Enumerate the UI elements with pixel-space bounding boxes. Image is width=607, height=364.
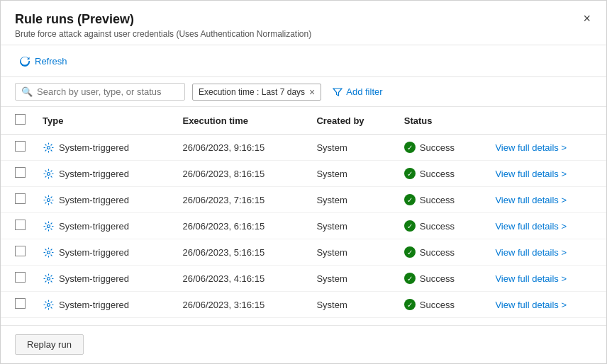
replay-run-button[interactable]: Replay run — [15, 334, 84, 355]
table-row: System-triggered 26/06/2023, 4:16:15 Sys… — [1, 266, 606, 292]
row-status: Success — [420, 169, 455, 179]
col-status: Status — [396, 107, 487, 135]
col-actions — [486, 107, 606, 135]
table-header-row: Type Execution time Created by Status — [1, 107, 606, 135]
view-full-details-link[interactable]: View full details > — [495, 273, 567, 284]
table-container: Type Execution time Created by Status — [1, 107, 606, 325]
row-execution-time: 26/06/2023, 6:16:15 — [174, 213, 308, 239]
table-row: System-triggered 26/06/2023, 5:16:15 Sys… — [1, 239, 606, 266]
row-execution-time: 26/06/2023, 5:16:15 — [174, 239, 308, 266]
col-execution-time: Execution time — [174, 107, 308, 135]
svg-point-1 — [47, 172, 50, 175]
view-full-details-link[interactable]: View full details > — [495, 169, 567, 179]
row-actions-cell: View full details > — [486, 187, 606, 213]
row-type: System-triggered — [59, 142, 129, 153]
success-icon: ✓ — [404, 220, 416, 232]
dialog-subtitle: Brute force attack against user credenti… — [15, 29, 592, 39]
close-button[interactable]: × — [579, 11, 595, 26]
gear-icon — [43, 299, 54, 310]
table-row: System-triggered 26/06/2023, 7:16:15 Sys… — [1, 187, 606, 213]
gear-icon — [43, 142, 54, 153]
funnel-icon — [333, 87, 343, 97]
rule-runs-dialog: Rule runs (Preview) Brute force attack a… — [0, 0, 607, 364]
svg-point-0 — [47, 146, 50, 149]
success-icon: ✓ — [404, 142, 416, 153]
row-actions-cell: View full details > — [486, 239, 606, 266]
row-status: Success — [420, 221, 455, 232]
row-status-cell: ✓ Success — [396, 239, 487, 266]
success-icon: ✓ — [404, 194, 416, 205]
gear-icon — [43, 220, 54, 232]
svg-point-3 — [47, 224, 50, 227]
row-created-by: System — [308, 161, 395, 187]
svg-point-6 — [47, 303, 50, 306]
row-checkbox-cell — [1, 239, 34, 266]
row-type-cell: System-triggered — [34, 213, 174, 239]
view-full-details-link[interactable]: View full details > — [495, 195, 567, 205]
filter-bar: 🔍 Execution time : Last 7 days × Add fil… — [1, 77, 606, 107]
row-status: Success — [420, 273, 455, 284]
view-full-details-link[interactable]: View full details > — [495, 142, 567, 153]
row-status-cell: ✓ Success — [396, 266, 487, 292]
row-status: Success — [420, 247, 455, 258]
gear-icon — [43, 273, 54, 284]
table-row: System-triggered 26/06/2023, 9:16:15 Sys… — [1, 135, 606, 161]
row-type-cell: System-triggered — [34, 135, 174, 161]
row-status: Success — [420, 142, 455, 153]
row-created-by: System — [308, 187, 395, 213]
search-input[interactable] — [37, 86, 179, 97]
row-actions-cell: View full details > — [486, 135, 606, 161]
dialog-title: Rule runs (Preview) — [15, 12, 592, 27]
row-status-cell: ✓ Success — [396, 135, 487, 161]
row-created-by: System — [308, 135, 395, 161]
svg-point-4 — [47, 251, 50, 254]
row-checkbox[interactable] — [15, 141, 26, 152]
dialog-header: Rule runs (Preview) Brute force attack a… — [1, 1, 606, 45]
row-checkbox[interactable] — [15, 246, 26, 256]
footer: Replay run — [1, 325, 606, 363]
row-checkbox[interactable] — [15, 298, 26, 309]
add-filter-button[interactable]: Add filter — [328, 84, 386, 100]
row-type: System-triggered — [59, 273, 129, 284]
row-type-cell: System-triggered — [34, 239, 174, 266]
row-created-by: System — [308, 239, 395, 266]
row-type-cell: System-triggered — [34, 187, 174, 213]
add-filter-label: Add filter — [346, 86, 382, 97]
gear-icon — [43, 194, 54, 205]
header-checkbox[interactable] — [15, 114, 26, 125]
row-checkbox[interactable] — [15, 220, 26, 230]
table-row: System-triggered 26/06/2023, 6:16:15 Sys… — [1, 213, 606, 239]
row-type-cell: System-triggered — [34, 266, 174, 292]
row-type: System-triggered — [59, 195, 129, 205]
view-full-details-link[interactable]: View full details > — [495, 221, 567, 232]
search-box[interactable]: 🔍 — [15, 83, 185, 101]
search-icon: 🔍 — [21, 86, 33, 97]
row-type: System-triggered — [59, 247, 129, 258]
row-checkbox[interactable] — [15, 272, 26, 283]
row-checkbox[interactable] — [15, 167, 26, 178]
refresh-label: Refresh — [35, 56, 67, 67]
row-execution-time: 26/06/2023, 3:16:15 — [174, 292, 308, 318]
row-status-cell: ✓ Success — [396, 213, 487, 239]
col-type: Type — [34, 107, 174, 135]
row-type-cell: System-triggered — [34, 292, 174, 318]
row-execution-time: 26/06/2023, 9:16:15 — [174, 135, 308, 161]
row-status: Success — [420, 195, 455, 205]
gear-icon — [43, 246, 54, 258]
refresh-button[interactable]: Refresh — [15, 52, 72, 69]
success-icon: ✓ — [404, 168, 416, 179]
view-full-details-link[interactable]: View full details > — [495, 247, 567, 258]
row-checkbox-cell — [1, 213, 34, 239]
row-created-by: System — [308, 266, 395, 292]
row-actions-cell: View full details > — [486, 292, 606, 318]
filter-tag-remove[interactable]: × — [309, 86, 315, 98]
filter-tag-text: Execution time : Last 7 days — [199, 87, 305, 97]
row-checkbox-cell — [1, 135, 34, 161]
row-status-cell: ✓ Success — [396, 187, 487, 213]
view-full-details-link[interactable]: View full details > — [495, 300, 567, 310]
runs-table: Type Execution time Created by Status — [1, 107, 606, 318]
toolbar: Refresh — [1, 45, 606, 77]
row-type: System-triggered — [59, 221, 129, 232]
row-checkbox[interactable] — [15, 193, 26, 204]
row-actions-cell: View full details > — [486, 266, 606, 292]
